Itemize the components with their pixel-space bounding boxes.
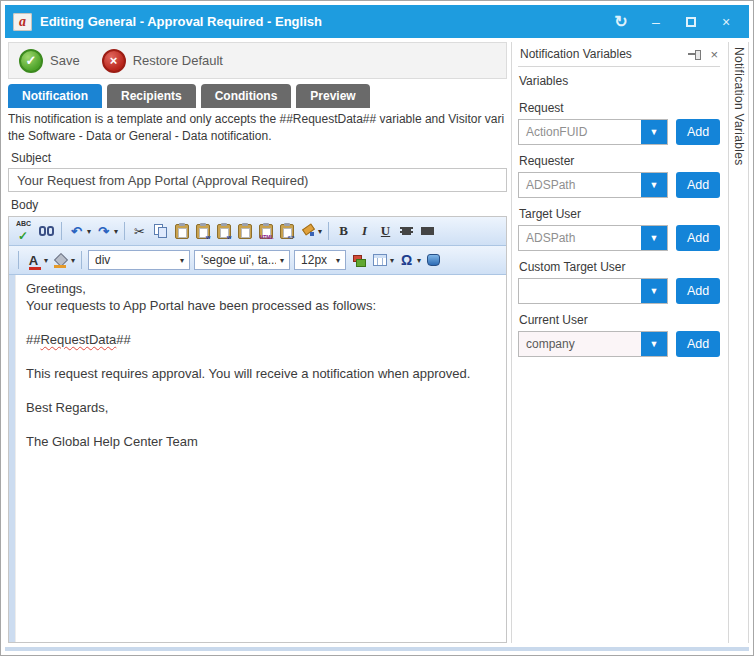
binoculars-glyph <box>39 226 54 236</box>
paste-icon[interactable] <box>171 221 192 241</box>
requester-variable-select[interactable]: ADSPath ▼ <box>518 172 668 198</box>
field-row-current-user: company ▼ Add <box>518 331 720 357</box>
paste-from-word-strip-font-icon[interactable]: w <box>213 221 234 241</box>
field-row-target-user: ADSPath ▼ Add <box>518 225 720 251</box>
spellcheck-icon[interactable]: ABC ✓ <box>14 221 36 241</box>
save-label: Save <box>50 53 80 68</box>
field-label-request: Request <box>519 101 720 115</box>
justify-glyph <box>421 226 434 237</box>
copy-icon[interactable] <box>150 221 171 241</box>
font-color-icon[interactable]: A <box>23 250 44 270</box>
maximize-glyph <box>686 17 696 27</box>
font-size-select[interactable]: 12px ▾ <box>294 250 346 270</box>
rich-text-editor: ABC ✓ ↶ ▾ ↷ ▾ ✂ w w <box>8 216 507 643</box>
insert-table-dropdown-icon[interactable]: ▾ <box>390 256 394 265</box>
paste-html-code-icon[interactable]: <> <box>276 221 297 241</box>
editor-toolbar-row2: A ▾ ▾ div ▾ 'segoe ui', ta... ▾ <box>9 246 506 275</box>
add-target-user-button[interactable]: Add <box>676 225 720 251</box>
field-row-custom-target-user: ▼ Add <box>518 278 720 304</box>
subject-input[interactable] <box>8 168 507 192</box>
paste-from-word-icon[interactable]: w <box>192 221 213 241</box>
pin-icon[interactable] <box>688 48 702 60</box>
undo-dropdown-icon[interactable]: ▾ <box>87 227 91 236</box>
custom-target-user-variable-select[interactable]: ▼ <box>518 278 668 304</box>
find-icon[interactable] <box>36 221 57 241</box>
maximize-icon[interactable] <box>678 11 704 33</box>
copy-glyph <box>154 224 168 238</box>
refresh-icon[interactable]: ↻ <box>608 11 634 33</box>
field-label-requester: Requester <box>519 154 720 168</box>
clipboard-glyph <box>238 224 252 239</box>
template-info-text: This notification is a template and only… <box>8 111 507 145</box>
paragraph-style-select[interactable]: div ▾ <box>88 250 190 270</box>
field-row-requester: ADSPath ▼ Add <box>518 172 720 198</box>
current-user-variable-select[interactable]: company ▼ <box>518 331 668 357</box>
background-color-icon[interactable] <box>50 250 71 270</box>
chevron-down-icon[interactable]: ▼ <box>641 226 667 250</box>
chevron-down-icon[interactable]: ▼ <box>641 332 667 356</box>
align-center-icon[interactable] <box>396 221 417 241</box>
editor-document[interactable]: Greetings, Your requests to App Portal h… <box>16 275 480 642</box>
save-button[interactable]: ✓ Save <box>19 49 80 73</box>
title-bar: a Editing General - Approval Required - … <box>5 5 749 38</box>
tab-preview[interactable]: Preview <box>296 84 369 108</box>
chevron-down-icon: ▾ <box>280 256 284 265</box>
bold-icon[interactable]: B <box>333 221 354 241</box>
background-color-dropdown-icon[interactable]: ▾ <box>71 256 75 265</box>
panel-close-icon[interactable]: × <box>708 47 720 62</box>
paste-plain-text-icon[interactable] <box>234 221 255 241</box>
chevron-down-icon[interactable]: ▼ <box>641 173 667 197</box>
info-line-1: This notification is a template and only… <box>8 111 507 128</box>
tab-notification[interactable]: Notification <box>8 84 102 108</box>
separator <box>61 222 62 240</box>
minimize-icon[interactable]: – <box>643 11 669 33</box>
cut-icon[interactable]: ✂ <box>129 221 150 241</box>
add-request-button[interactable]: Add <box>676 119 720 145</box>
close-icon[interactable]: × <box>713 11 739 33</box>
justify-icon[interactable] <box>417 221 438 241</box>
target-user-variable-select[interactable]: ADSPath ▼ <box>518 225 668 251</box>
app-icon: a <box>13 13 32 31</box>
insert-symbol-icon[interactable]: Ω <box>396 250 417 270</box>
editor-toolbar-row1: ABC ✓ ↶ ▾ ↷ ▾ ✂ w w <box>9 217 506 246</box>
editor-body[interactable]: Greetings, Your requests to App Portal h… <box>9 275 506 642</box>
request-variable-select[interactable]: ActionFUID ▼ <box>518 119 668 145</box>
tab-conditions[interactable]: Conditions <box>201 84 292 108</box>
underline-icon[interactable]: U <box>375 221 396 241</box>
chevron-down-icon[interactable]: ▼ <box>641 120 667 144</box>
brush-glyph <box>302 225 314 237</box>
request-variable-value: ActionFUID <box>519 120 641 144</box>
restore-default-button[interactable]: × Restore Default <box>102 49 223 73</box>
format-painter-dropdown-icon[interactable]: ▾ <box>318 227 322 236</box>
add-custom-target-user-button[interactable]: Add <box>676 278 720 304</box>
body-line: Your requests to App Portal have been pr… <box>26 297 470 314</box>
font-color-dropdown-icon[interactable]: ▾ <box>44 256 48 265</box>
font-family-value: 'segoe ui', ta... <box>201 253 276 267</box>
insert-symbol-dropdown-icon[interactable]: ▾ <box>417 256 421 265</box>
panel-title: Notification Variables <box>518 47 688 61</box>
insert-snippet-icon[interactable] <box>348 250 369 270</box>
redo-icon[interactable]: ↷ <box>93 221 114 241</box>
window-bottom-border <box>5 647 749 651</box>
table-glyph <box>373 254 387 266</box>
format-painter-icon[interactable] <box>297 221 318 241</box>
command-toolbar: ✓ Save × Restore Default <box>8 42 507 79</box>
body-line: Best Regards, <box>26 399 470 416</box>
docked-tab-notification-variables[interactable]: Notification Variables <box>732 42 746 643</box>
add-current-user-button[interactable]: Add <box>676 331 720 357</box>
paste-as-html-icon[interactable]: HTML <box>255 221 276 241</box>
field-label-custom-target-user: Custom Target User <box>519 260 720 274</box>
redo-dropdown-icon[interactable]: ▾ <box>114 227 118 236</box>
tab-recipients[interactable]: Recipients <box>107 84 196 108</box>
body-label: Body <box>11 198 507 212</box>
monitor-glyph <box>427 254 440 266</box>
bucket-glyph <box>54 254 67 267</box>
docked-tab-strip: Notification Variables <box>728 42 749 643</box>
undo-icon[interactable]: ↶ <box>66 221 87 241</box>
font-family-select[interactable]: 'segoe ui', ta... ▾ <box>194 250 290 270</box>
add-requester-button[interactable]: Add <box>676 172 720 198</box>
insert-media-icon[interactable] <box>423 250 444 270</box>
chevron-down-icon[interactable]: ▼ <box>641 279 667 303</box>
insert-table-icon[interactable] <box>369 250 390 270</box>
italic-icon[interactable]: I <box>354 221 375 241</box>
